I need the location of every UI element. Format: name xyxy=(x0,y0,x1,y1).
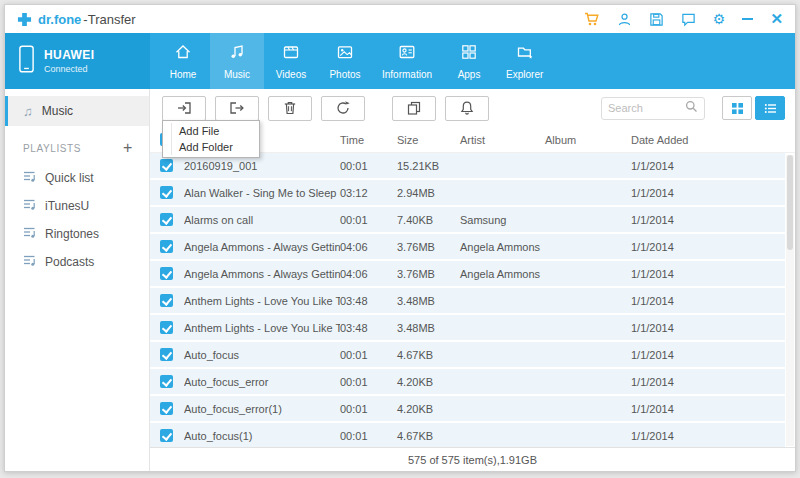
chat-icon[interactable] xyxy=(681,12,696,27)
sidebar-music-label: Music xyxy=(42,104,73,118)
cell-time: 00:01 xyxy=(340,430,397,442)
apps-icon xyxy=(460,43,478,65)
cart-icon[interactable] xyxy=(584,11,600,27)
information-icon xyxy=(398,43,416,65)
row-checkbox[interactable] xyxy=(160,429,173,442)
export-button[interactable] xyxy=(215,96,259,121)
table-row[interactable]: Angela Ammons - Always Getting 04:06 3.7… xyxy=(150,261,785,288)
cell-size: 4.67KB xyxy=(397,349,460,361)
row-checkbox[interactable] xyxy=(160,321,173,334)
cell-name: Alan Walker - Sing Me to Sleep (Ma... xyxy=(184,187,340,199)
row-checkbox[interactable] xyxy=(160,213,173,226)
close-button[interactable]: ✕ xyxy=(770,12,783,26)
dropdown-menu-item[interactable]: Add Folder xyxy=(163,139,259,155)
cell-size: 2.94MB xyxy=(397,187,460,199)
cell-size: 4.20KB xyxy=(397,376,460,388)
row-checkbox[interactable] xyxy=(160,375,173,388)
tab-explorer[interactable]: Explorer xyxy=(496,33,553,89)
refresh-button[interactable] xyxy=(321,96,365,121)
music-note-icon: ♫ xyxy=(23,104,33,119)
playlist-item[interactable]: iTunesU xyxy=(5,192,149,220)
column-album[interactable]: Album xyxy=(545,134,631,146)
row-checkbox[interactable] xyxy=(160,159,173,172)
playlist-label: Quick list xyxy=(45,171,94,185)
photos-icon xyxy=(336,43,354,65)
cell-date-added: 1/1/2014 xyxy=(631,322,785,334)
cell-time: 00:01 xyxy=(340,349,397,361)
table-row[interactable]: Auto_focus_error(1) 00:01 4.20KB 1/1/201… xyxy=(150,396,785,423)
scrollbar[interactable] xyxy=(786,155,794,446)
view-toggle xyxy=(722,96,785,120)
cell-size: 4.20KB xyxy=(397,403,460,415)
deduplicate-button[interactable] xyxy=(392,96,436,121)
tab-photos[interactable]: Photos xyxy=(318,33,372,89)
drfone-logo-icon xyxy=(17,12,32,27)
table-row[interactable]: Auto_focus_error 00:01 4.20KB 1/1/2014 xyxy=(150,369,785,396)
scrollbar-thumb[interactable] xyxy=(787,155,793,250)
playlist-item[interactable]: Ringtones xyxy=(5,220,149,248)
list-view-button[interactable] xyxy=(755,96,785,120)
row-checkbox[interactable] xyxy=(160,267,173,280)
sidebar-item-music[interactable]: ♫ Music xyxy=(5,96,149,126)
row-checkbox[interactable] xyxy=(160,240,173,253)
user-icon[interactable] xyxy=(617,12,632,27)
app-window: dr.fone -Transfer ⚙ ✕ xyxy=(4,4,796,472)
sidebar: ♫ Music PLAYLISTS + Quick list xyxy=(5,89,150,471)
delete-button[interactable] xyxy=(268,96,312,121)
grid-view-button[interactable] xyxy=(722,96,752,120)
cell-date-added: 1/1/2014 xyxy=(631,187,785,199)
playlist-item[interactable]: Quick list xyxy=(5,164,149,192)
column-size[interactable]: Size xyxy=(397,134,460,146)
add-file-button[interactable] xyxy=(162,96,206,121)
phone-icon xyxy=(18,44,35,78)
tab-music[interactable]: Music xyxy=(210,33,264,89)
playlist-list: Quick list iTunesU Ringtones xyxy=(5,164,149,276)
app-name: dr.fone xyxy=(38,12,81,27)
table-row[interactable]: Auto_focus(1) 00:01 4.67KB 1/1/2014 xyxy=(150,423,785,447)
cell-time: 00:01 xyxy=(340,403,397,415)
device-panel[interactable]: HUAWEI Connected xyxy=(5,33,150,89)
status-bar: 575 of 575 item(s),1.91GB xyxy=(150,447,795,471)
device-name: HUAWEI xyxy=(44,48,94,62)
gear-icon[interactable]: ⚙ xyxy=(713,12,726,26)
row-checkbox[interactable] xyxy=(160,348,173,361)
playlist-item[interactable]: Podcasts xyxy=(5,248,149,276)
column-artist[interactable]: Artist xyxy=(460,134,545,146)
cell-date-added: 1/1/2014 xyxy=(631,295,785,307)
add-playlist-button[interactable]: + xyxy=(123,142,133,154)
device-status: Connected xyxy=(44,64,94,74)
playlist-icon xyxy=(23,198,36,214)
cell-size: 3.48MB xyxy=(397,295,460,307)
playlist-icon xyxy=(23,254,36,270)
column-date-added[interactable]: Date Added xyxy=(631,134,785,146)
row-checkbox[interactable] xyxy=(160,294,173,307)
row-checkbox[interactable] xyxy=(160,186,173,199)
cell-name: Alarms on call xyxy=(184,214,340,226)
playlists-header: PLAYLISTS xyxy=(23,143,81,154)
minimize-button[interactable] xyxy=(742,18,753,20)
playlist-icon xyxy=(23,226,36,242)
tab-home[interactable]: Home xyxy=(156,33,210,89)
dropdown-menu-item[interactable]: Add File xyxy=(163,123,259,139)
cell-time: 04:06 xyxy=(340,241,397,253)
table-row[interactable]: Anthem Lights - Love You Like The ... 03… xyxy=(150,315,785,342)
cell-size: 7.40KB xyxy=(397,214,460,226)
row-checkbox[interactable] xyxy=(160,402,173,415)
cell-date-added: 1/1/2014 xyxy=(631,430,785,442)
search-icon[interactable] xyxy=(685,99,698,117)
column-time[interactable]: Time xyxy=(340,134,397,146)
table-row[interactable]: Anthem Lights - Love You Like The ... 03… xyxy=(150,288,785,315)
tab-apps[interactable]: Apps xyxy=(442,33,496,89)
cell-name: Auto_focus(1) xyxy=(184,430,340,442)
tab-information[interactable]: Information xyxy=(372,33,442,89)
cell-time: 03:48 xyxy=(340,295,397,307)
save-icon[interactable] xyxy=(649,12,664,27)
cell-size: 3.48MB xyxy=(397,322,460,334)
table-row[interactable]: Auto_focus 00:01 4.67KB 1/1/2014 xyxy=(150,342,785,369)
table-row[interactable]: Alan Walker - Sing Me to Sleep (Ma... 03… xyxy=(150,180,785,207)
bell-button[interactable] xyxy=(445,96,489,121)
table-row[interactable]: Angela Ammons - Always Getting 04:06 3.7… xyxy=(150,234,785,261)
tab-videos[interactable]: Videos xyxy=(264,33,318,89)
search-input[interactable] xyxy=(608,102,685,114)
table-row[interactable]: Alarms on call 00:01 7.40KB Samsung 1/1/… xyxy=(150,207,785,234)
